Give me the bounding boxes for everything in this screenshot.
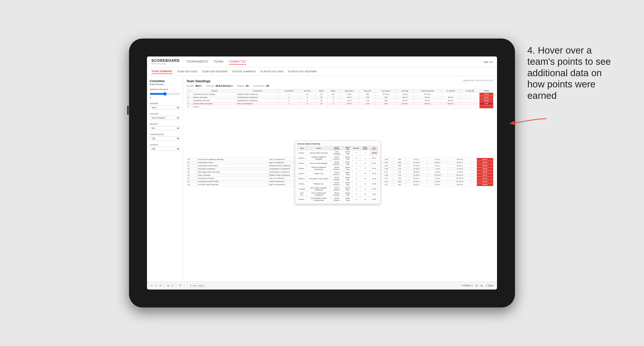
filter-conference-label: Conference: xyxy=(253,85,265,87)
separator: | xyxy=(164,284,165,287)
timer-button[interactable]: ⏱ xyxy=(179,284,182,287)
sidebar-division: Division NCAA Division I xyxy=(150,113,180,120)
undo-button[interactable]: ↩ xyxy=(150,284,152,287)
nav-committee[interactable]: COMMITTEE xyxy=(229,59,246,65)
nav-teams[interactable]: TEAMS xyxy=(214,59,224,65)
filter-gender: Gender: Men's xyxy=(186,85,202,87)
tab-team-h2h-heatmap[interactable]: TEAM H2H HEATMAP xyxy=(202,69,228,74)
tooltip-row: Univers... 2023 Sahalee Players Champion… xyxy=(297,197,378,202)
filter-gender-value: Men's xyxy=(196,85,202,87)
min-rounds-value: 3 xyxy=(150,97,180,99)
tooltip-team-label: Arizona State University xyxy=(297,143,320,145)
region-select[interactable]: N/A xyxy=(150,126,180,130)
sign-out-button[interactable]: Sign out xyxy=(481,60,492,63)
sidebar-school: School (All) xyxy=(150,144,180,151)
tooltip-col-rounds: Rounds xyxy=(352,146,360,150)
top-nav: SCOREBOARD Powered by clippd TOURNAMENTS… xyxy=(147,56,497,67)
tab-team-h2h-grid[interactable]: TEAM H2H GRID xyxy=(177,69,197,74)
sidebar-conference: Conference (All) xyxy=(150,133,180,141)
tooltip-row: Univers... Amer An Intercollegiate NCAA … xyxy=(297,161,378,166)
tooltip-col-team: Team xyxy=(297,146,307,150)
filter-region-label: Region: xyxy=(237,85,245,87)
sidebar-gender: Gender Men's xyxy=(150,102,180,110)
sidebar-title: Committee xyxy=(150,79,180,83)
tab-player-summary[interactable]: PLAYER SUMMARY xyxy=(232,69,256,74)
filter-division-label: Division: xyxy=(206,85,215,87)
filter-gender-label: Gender: xyxy=(186,85,194,87)
tab-team-summary[interactable]: TEAM SUMMARY xyxy=(152,69,172,74)
feedback-button[interactable]: 💬 xyxy=(475,284,478,287)
reset-button[interactable]: ⟳ xyxy=(160,284,161,287)
tooltip-col-rank: Rank Impact xyxy=(360,146,370,150)
table-header-row: # School Conference Conf Rank No Tour Rn… xyxy=(187,89,494,93)
main-content: Committee Portal Review Minimum Rounds 3… xyxy=(147,76,497,281)
tab-player-h2h-heatmap[interactable]: PLAYER H2H HEATMAP xyxy=(288,69,317,74)
logo-text: SCOREBOARD xyxy=(152,59,180,63)
sub-nav: TEAM SUMMARY TEAM H2H GRID TEAM H2H HEAT… xyxy=(147,67,497,76)
conference-label: Conference xyxy=(150,133,180,136)
report-title: Team Standings xyxy=(186,79,210,83)
nav-tournaments[interactable]: TOURNAMENTS xyxy=(186,59,208,65)
separator: | xyxy=(176,284,177,287)
separator: | xyxy=(184,284,185,287)
watch-button[interactable]: 👁 Watch ▾ xyxy=(462,284,472,287)
view-original-button[interactable]: 👁 View: Original xyxy=(188,284,207,288)
col-rnds: Rnds xyxy=(315,89,328,93)
school-label: School xyxy=(150,144,180,146)
tooltip-col-event: Event xyxy=(307,146,330,150)
col-conf-rank: Conf Rank xyxy=(279,89,299,93)
col-vs-top25: Vs Top 25 xyxy=(441,89,460,93)
col-low-score: Low Score xyxy=(376,89,396,93)
annotation-text: 4. Hover over a team's points to see add… xyxy=(527,45,612,101)
bottom-toolbar: ↩ ↪ ⟳ | ⧉ ✏ | ⏱ | 👁 View: Original 👁 Wat… xyxy=(147,281,497,290)
col-low-adj: Low Adj. xyxy=(396,89,414,93)
tooltip-row: East Tex... OFCC Fighting Illini Invitat… xyxy=(297,192,378,197)
gender-select[interactable]: Men's xyxy=(150,106,180,110)
share-button[interactable]: ↗ Share xyxy=(485,284,494,287)
tooltip-header: Arizona State University xyxy=(297,143,378,145)
filter-conference: Conference: All xyxy=(253,85,269,87)
division-select[interactable]: NCAA Division I xyxy=(150,116,180,120)
update-time-label: Update time: xyxy=(463,79,474,82)
col-overall-record: Overall Record xyxy=(414,89,441,93)
school-select[interactable]: (All) xyxy=(150,147,180,151)
col-conference: Conference xyxy=(236,89,279,93)
table-row: 2 Auburn University Southeastern Confere… xyxy=(187,96,494,99)
logo-sub: Powered by clippd xyxy=(152,63,180,65)
col-avg-sg: Avg. SG xyxy=(359,89,376,93)
tooltip-row: Univers... Williams Cup NCAA Division I … xyxy=(297,181,378,186)
tooltip-row: Univers... Southern Highlands Collegiate… xyxy=(297,156,378,161)
col-points: Points xyxy=(480,89,494,93)
copy-button[interactable]: ⧉ xyxy=(168,284,169,287)
table-row: 1 University of North Carolina Atlantic … xyxy=(187,93,494,96)
report-header: Team Standings Update time: 13/03/2024 1… xyxy=(186,79,494,83)
grid-button[interactable]: ⊞ xyxy=(481,284,482,287)
logo-area: SCOREBOARD Powered by clippd xyxy=(152,59,180,65)
update-time-value: 13/03/2024 10:03:42 xyxy=(475,79,494,82)
sidebar-subtitle: Portal Review xyxy=(150,83,180,86)
tablet-button xyxy=(127,106,128,115)
region-label: Region xyxy=(150,123,180,125)
division-label: Division xyxy=(150,113,180,115)
draw-button[interactable]: ✏ xyxy=(172,284,174,287)
tooltip-header-row: Team Event Event Division Event Type Rou… xyxy=(297,146,378,150)
sidebar-region: Region N/A xyxy=(150,123,180,130)
main-nav: TOURNAMENTS TEAMS COMMITTEE xyxy=(186,59,481,65)
tooltip-col-wpoints: W Points xyxy=(370,146,378,150)
filter-region: Region: All xyxy=(237,85,248,87)
gender-label: Gender xyxy=(150,102,180,105)
tooltip-col-division: Event Division xyxy=(330,146,343,150)
col-rank: # xyxy=(187,89,192,93)
min-rounds-label: Minimum Rounds xyxy=(150,88,180,91)
filter-division-value: NCAA Division I xyxy=(216,85,233,87)
min-rounds-slider[interactable] xyxy=(150,91,180,96)
tab-player-h2h-grid[interactable]: PLAYER H2H GRID xyxy=(260,69,284,74)
conference-select[interactable]: (All) xyxy=(150,137,180,141)
table-row: 3 Vanderbilt University Southeastern Con… xyxy=(187,99,494,102)
col-school: School xyxy=(192,89,236,93)
tooltip-row: Florida I... The Cypress Point Classic N… xyxy=(297,176,378,181)
update-time: Update time: 13/03/2024 10:03:42 xyxy=(463,79,494,82)
table-row-highlighted: 4 Arizona State University Pac-12 Confer… xyxy=(187,102,494,105)
redo-button[interactable]: ↪ xyxy=(155,284,157,287)
tooltip-overlay: Arizona State University Team Event Even… xyxy=(295,141,380,204)
